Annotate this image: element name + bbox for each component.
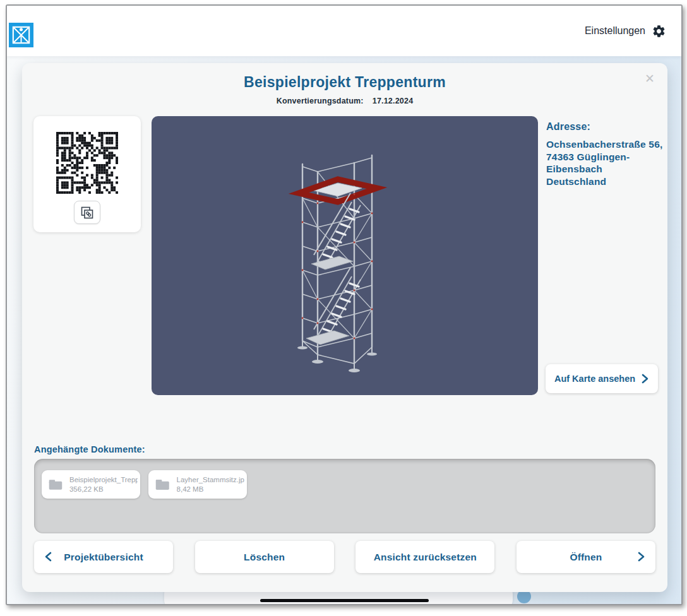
chevron-left-icon (44, 552, 53, 562)
app-header: Einstellungen (7, 6, 681, 56)
gear-icon (652, 24, 666, 38)
action-bar: Projektübersicht Löschen Ansicht zurücks… (34, 541, 655, 573)
screenshot-root: Einstellungen ✕ Beispielprojekt Treppent… (0, 0, 687, 616)
attached-documents-label: Angehängte Dokumente: (34, 444, 145, 454)
show-on-map-button[interactable]: Auf Karte ansehen (546, 364, 658, 393)
reset-view-button[interactable]: Ansicht zurücksetzen (355, 541, 494, 573)
conversion-date-label: Konvertierungsdatum: (277, 97, 364, 105)
settings-button[interactable]: Einstellungen (585, 6, 666, 56)
model-viewer[interactable] (152, 116, 538, 395)
address-line: Deutschland (546, 175, 667, 188)
layher-logo-icon (9, 23, 33, 47)
address-block: Adresse: Ochsenbacherstraße 56, 74363 Gü… (546, 121, 667, 187)
folder-icon (155, 478, 170, 492)
folder-icon (48, 478, 63, 492)
chevron-right-icon (640, 374, 649, 384)
file-name: Beispielprojekt_Treppe (69, 475, 138, 485)
attached-documents-panel: Beispielprojekt_Treppe 356,22 KB Layher_… (34, 459, 655, 533)
file-info: Layher_Stammsitz.jpg 8,42 MB (177, 475, 244, 494)
qr-card (33, 116, 141, 232)
project-overview-button[interactable]: Projektübersicht (34, 541, 173, 573)
file-name: Layher_Stammsitz.jpg (177, 475, 244, 485)
conversion-date-row: Konvertierungsdatum: 17.12.2024 (22, 97, 667, 105)
reset-view-label: Ansicht zurücksetzen (374, 552, 477, 563)
file-size: 8,42 MB (177, 485, 244, 494)
project-detail-modal: ✕ Beispielprojekt Treppenturm Konvertier… (22, 63, 667, 592)
address-line: Ochsenbacherstraße 56, (546, 138, 667, 151)
show-on-map-label: Auf Karte ansehen (554, 374, 635, 384)
app-window: Einstellungen ✕ Beispielprojekt Treppent… (6, 4, 683, 605)
open-button[interactable]: Öffnen (517, 541, 655, 573)
delete-button[interactable]: Löschen (195, 541, 334, 573)
address-line: Eibensbach (546, 163, 667, 175)
project-overview-label: Projektübersicht (64, 552, 143, 563)
open-label: Öffnen (570, 552, 602, 563)
address-label: Adresse: (546, 121, 667, 133)
settings-label: Einstellungen (585, 25, 645, 37)
scaffold-tower-model (276, 133, 402, 388)
file-info: Beispielprojekt_Treppe 356,22 KB (69, 475, 138, 494)
chevron-right-icon (636, 552, 645, 562)
layher-logo[interactable] (9, 23, 33, 47)
home-indicator[interactable] (260, 599, 429, 602)
file-card[interactable]: Layher_Stammsitz.jpg 8,42 MB (148, 470, 247, 499)
project-title: Beispielprojekt Treppenturm (22, 74, 667, 91)
conversion-date-value: 17.12.2024 (373, 97, 414, 105)
address-line: 74363 Güglingen- (546, 151, 667, 163)
copy-link-icon (80, 205, 95, 220)
copy-qr-link-button[interactable] (74, 201, 100, 224)
file-size: 356,22 KB (69, 485, 138, 494)
file-card[interactable]: Beispielprojekt_Treppe 356,22 KB (42, 470, 140, 499)
delete-label: Löschen (244, 552, 285, 563)
qr-code (56, 132, 118, 194)
